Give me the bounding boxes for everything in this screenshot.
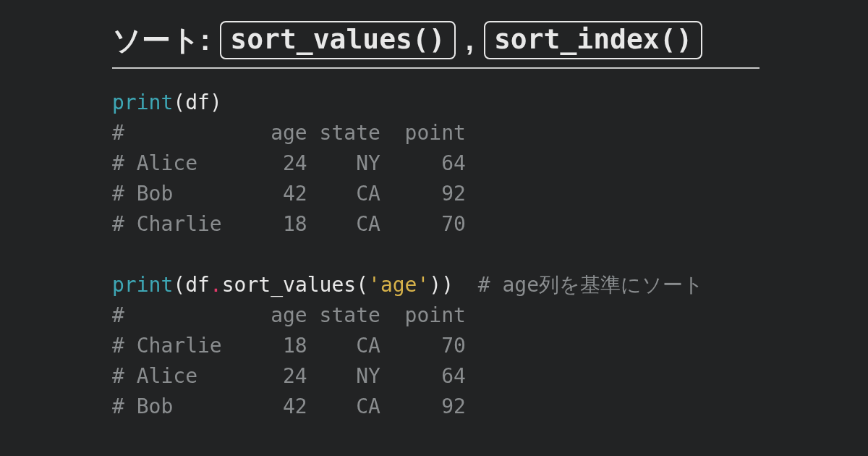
code1-lp: (	[173, 90, 185, 114]
out1-l0: # age state point	[112, 121, 466, 145]
out2-l1: # Charlie 18 CA 70	[112, 334, 466, 358]
code1-arg: df	[185, 90, 210, 114]
out1-l1: # Alice 24 NY 64	[112, 151, 466, 175]
code2-lp2: (	[356, 273, 368, 297]
chip-sort-values: sort_values()	[220, 21, 455, 60]
code2-obj: df	[185, 273, 210, 297]
out1-l2: # Bob 42 CA 92	[112, 182, 466, 206]
chip-sort-index: sort_index()	[484, 21, 703, 60]
out2-l2: # Alice 24 NY 64	[112, 364, 466, 388]
out2-l0: # age state point	[112, 303, 466, 327]
title-row: ソート: sort_values() , sort_index()	[112, 20, 760, 69]
code2-lp: (	[173, 273, 185, 297]
code2-fn: print	[112, 273, 173, 297]
out2-l3: # Bob 42 CA 92	[112, 394, 466, 418]
code1-rp: )	[210, 90, 222, 114]
code2-argstr: 'age'	[368, 273, 429, 297]
title-label: ソート:	[112, 20, 210, 60]
code2-method: sort_values	[222, 273, 356, 297]
code2-rp2: ))	[429, 273, 454, 297]
title-sep: ,	[466, 24, 474, 56]
code1-fn: print	[112, 90, 173, 114]
code2-comment: # age列を基準にソート	[454, 273, 704, 297]
code2-dot: .	[210, 273, 222, 297]
slide: ソート: sort_values() , sort_index() print(…	[0, 0, 868, 422]
out1-l3: # Charlie 18 CA 70	[112, 212, 466, 236]
code-block: print(df) # age state point # Alice 24 N…	[112, 88, 760, 422]
